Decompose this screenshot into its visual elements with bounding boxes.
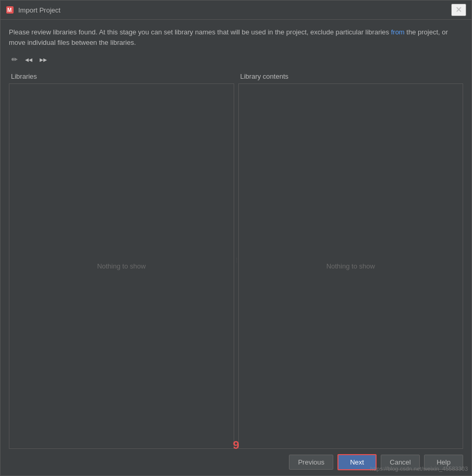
close-button[interactable]: ✕ [451, 4, 466, 16]
library-contents-empty-message: Nothing to show [326, 262, 375, 270]
app-icon: M [6, 6, 14, 14]
title-bar: M Import Project ✕ [1, 1, 471, 20]
title-bar-text: Import Project [18, 6, 451, 14]
edit-icon: ✏ [11, 55, 18, 64]
move-left-button[interactable]: ◂◂ [22, 54, 35, 65]
edit-button[interactable]: ✏ [9, 54, 20, 65]
libraries-body: Nothing to show [9, 84, 234, 449]
description-text: Please review libraries found. At this s… [9, 27, 463, 47]
move-right-button[interactable]: ▸▸ [37, 54, 50, 65]
library-contents-panel: Library contents Nothing to show [238, 70, 464, 449]
from-highlight: from [391, 28, 405, 36]
content-area: Please review libraries found. At this s… [1, 20, 471, 449]
move-left-icon: ◂◂ [25, 55, 32, 64]
svg-text:M: M [7, 7, 11, 13]
move-right-icon: ▸▸ [40, 55, 47, 64]
library-contents-body: Nothing to show [238, 84, 464, 449]
panels-container: Libraries Nothing to show ⋮ Library cont… [9, 70, 463, 449]
import-project-window: M Import Project ✕ Please review librari… [0, 0, 472, 476]
step-indicator: 9 [233, 438, 239, 452]
library-contents-header: Library contents [238, 70, 464, 84]
toolbar: ✏ ◂◂ ▸▸ [9, 54, 463, 65]
panel-splitter[interactable]: ⋮ [234, 70, 238, 449]
libraries-panel: Libraries Nothing to show [9, 70, 234, 449]
previous-button[interactable]: Previous [289, 455, 333, 470]
watermark: https://blog.csdn.net/weixin_45583303 [370, 466, 468, 472]
libraries-empty-message: Nothing to show [97, 262, 146, 270]
libraries-header: Libraries [9, 70, 234, 84]
